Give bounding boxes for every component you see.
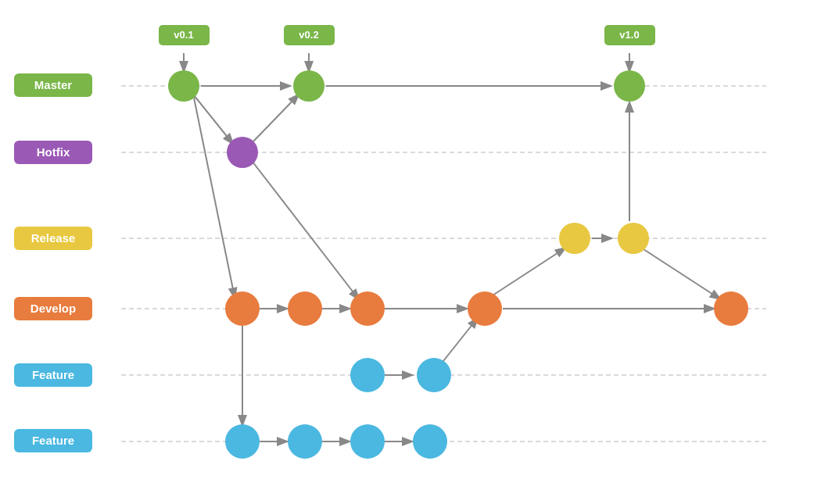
node-develop-4: [468, 291, 502, 326]
node-feature1-1: [350, 358, 385, 392]
node-release-1: [559, 223, 590, 254]
branch-label-master: Master: [34, 78, 73, 91]
branch-label-develop: Develop: [30, 302, 76, 315]
tag-v01: v0.1: [174, 29, 193, 41]
tag-v02: v0.2: [299, 29, 318, 41]
branch-label-hotfix: Hotfix: [37, 145, 70, 159]
node-develop-3: [350, 291, 385, 326]
branch-label-feature1: Feature: [32, 368, 74, 381]
svg-line-11: [194, 95, 232, 143]
branch-label-feature2: Feature: [32, 434, 74, 447]
node-master-3: [614, 70, 645, 102]
node-hotfix-1: [227, 137, 258, 168]
svg-line-19: [493, 248, 565, 295]
node-feature2-4: [413, 424, 447, 459]
node-develop-2: [288, 291, 322, 326]
node-master-1: [168, 70, 199, 102]
diagram-container: v0.1 v0.2 v1.0 Master Hotfix Release Dev…: [0, 0, 821, 504]
svg-line-24: [440, 319, 477, 365]
node-release-2: [618, 223, 649, 254]
diagram-svg: v0.1 v0.2 v1.0 Master Hotfix Release Dev…: [0, 0, 821, 504]
node-master-2: [293, 70, 324, 102]
branch-label-release: Release: [31, 231, 76, 245]
node-develop-1: [225, 291, 260, 326]
node-feature2-3: [350, 424, 385, 459]
tag-v10: v1.0: [619, 29, 639, 41]
svg-line-12: [253, 95, 298, 142]
svg-line-22: [641, 248, 719, 298]
svg-line-13: [194, 98, 235, 297]
svg-line-14: [253, 162, 358, 298]
node-feature2-2: [288, 424, 322, 459]
node-feature2-1: [225, 424, 260, 459]
node-feature1-2: [417, 358, 451, 392]
node-develop-5: [714, 291, 748, 326]
